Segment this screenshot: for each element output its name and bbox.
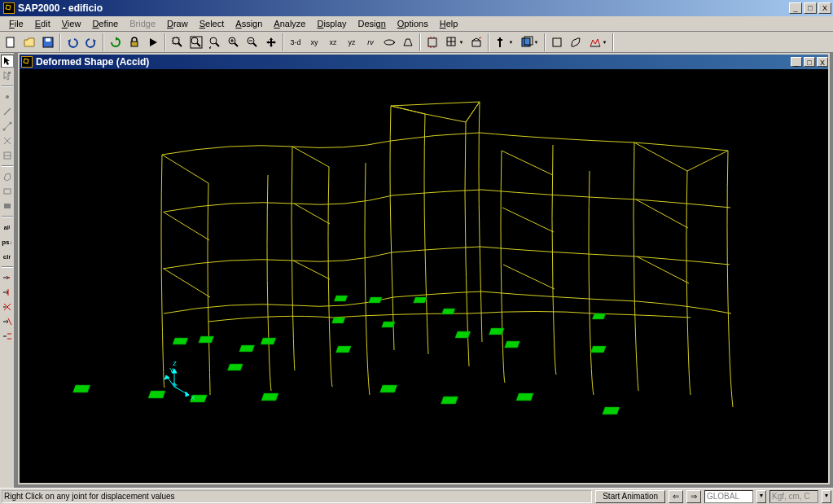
menu-select[interactable]: Select [194, 17, 230, 30]
svg-rect-61 [369, 297, 383, 303]
snap-intersect-tool[interactable] [1, 300, 14, 313]
step-back-button[interactable]: ⇐ [669, 490, 683, 503]
show-deformed-button[interactable] [567, 33, 585, 51]
run-analysis-button[interactable] [144, 33, 162, 51]
redo-button[interactable] [82, 33, 100, 51]
quick-area-tool[interactable] [1, 199, 14, 213]
new-file-button[interactable] [2, 33, 20, 51]
app-titlebar: SAP2000 - edificio _ □ X [0, 0, 833, 16]
draw-poly-area-tool[interactable] [1, 170, 14, 183]
svg-point-7 [191, 37, 198, 44]
show-grid-button[interactable]: ▼ [517, 33, 541, 51]
view-xz-button[interactable]: xz [324, 33, 342, 51]
svg-rect-20 [428, 38, 436, 46]
show-undeformed-button[interactable] [548, 33, 566, 51]
pan-button[interactable] [262, 33, 280, 51]
minimize-button[interactable]: _ [789, 2, 802, 14]
start-animation-button[interactable]: Start Animation [595, 490, 665, 503]
rubber-zoom-button[interactable] [169, 33, 186, 51]
lock-button[interactable] [125, 33, 143, 51]
open-file-button[interactable] [20, 33, 38, 51]
menu-draw[interactable]: Draw [161, 17, 194, 30]
svg-rect-65 [441, 309, 455, 314]
svg-rect-24 [499, 37, 501, 47]
maximize-button[interactable]: □ [804, 2, 817, 14]
model-wireframe-icon: X Z Y [20, 69, 828, 483]
perspective-button[interactable] [399, 33, 417, 51]
quick-secondary-tool[interactable] [1, 149, 14, 162]
previous-zoom-button[interactable] [206, 33, 224, 51]
zoom-in-button[interactable] [225, 33, 243, 51]
view-rv-button[interactable]: rv [362, 33, 379, 51]
model-viewport[interactable]: X Z Y [20, 69, 828, 483]
coord-system-field[interactable]: GLOBAL [704, 490, 753, 503]
menu-define[interactable]: Define [86, 17, 124, 30]
snap-midpoint-tool[interactable] [1, 286, 14, 299]
draw-special-joint-tool[interactable] [1, 90, 14, 103]
all-select-tool[interactable]: all [1, 221, 14, 234]
zoom-out-button[interactable] [243, 33, 261, 51]
named-view-button[interactable]: ▼ [492, 33, 516, 51]
svg-point-31 [6, 95, 9, 99]
child-close-button[interactable]: X [817, 57, 828, 67]
status-bar: Right Click on any joint for displacemen… [0, 488, 833, 504]
snap-perp-tool[interactable] [1, 315, 14, 328]
rotate-3d-button[interactable] [380, 33, 398, 51]
svg-rect-55 [199, 336, 214, 343]
coord-system-dropdown-icon[interactable]: ▼ [756, 490, 766, 503]
svg-point-34 [2, 129, 5, 131]
svg-rect-59 [334, 296, 348, 301]
svg-rect-57 [261, 338, 276, 344]
separator-icon [2, 266, 13, 268]
quick-frame-tool[interactable] [1, 120, 14, 133]
menu-options[interactable]: Options [392, 17, 434, 30]
menu-design[interactable]: Design [353, 17, 392, 30]
units-dropdown-icon[interactable]: ▼ [822, 490, 831, 503]
snap-line-tool[interactable] [1, 330, 14, 343]
child-maximize-button[interactable]: □ [804, 57, 815, 67]
menu-help[interactable]: Help [434, 17, 464, 30]
object-options-button[interactable]: ▼ [442, 33, 467, 51]
units-field[interactable]: Kgf, cm, C [769, 490, 818, 503]
svg-rect-54 [148, 391, 165, 398]
show-forces-button[interactable]: ▼ [585, 33, 610, 51]
undo-button[interactable] [64, 33, 81, 51]
menu-analyze[interactable]: Analyze [268, 17, 311, 30]
child-minimize-button[interactable]: _ [791, 57, 802, 67]
view-yz-button[interactable]: yz [343, 33, 361, 51]
separator-icon [488, 33, 489, 51]
reshape-tool[interactable] [1, 69, 14, 82]
pointer-tool[interactable] [1, 55, 14, 68]
draw-frame-tool[interactable] [1, 105, 14, 118]
refresh-button[interactable] [107, 33, 125, 51]
mdi-workspace: Deformed Shape (Accid) _ □ X [15, 53, 833, 488]
clear-select-tool[interactable]: clr [1, 250, 14, 263]
save-button[interactable] [39, 33, 57, 51]
svg-rect-62 [335, 346, 351, 353]
close-button[interactable]: X [818, 2, 831, 14]
svg-rect-3 [131, 42, 138, 46]
set-display-button[interactable] [467, 33, 485, 51]
draw-rect-area-tool[interactable] [1, 185, 14, 198]
step-fwd-button[interactable]: ⇒ [686, 490, 701, 503]
left-toolbox: all ps↓ clr [0, 53, 15, 488]
menu-file[interactable]: File [3, 17, 29, 30]
separator-icon [544, 33, 546, 51]
quick-brace-tool[interactable] [1, 134, 14, 147]
svg-text:Y: Y [169, 366, 174, 374]
menu-assign[interactable]: Assign [230, 17, 268, 30]
view-3d-button[interactable]: 3-d [287, 33, 305, 51]
snap-point-tool[interactable] [1, 271, 14, 284]
svg-rect-70 [505, 341, 520, 348]
shrink-button[interactable] [423, 33, 441, 51]
svg-rect-60 [331, 318, 345, 323]
view-xy-button[interactable]: xy [305, 33, 323, 51]
menu-display[interactable]: Display [311, 17, 352, 30]
menu-edit[interactable]: Edit [29, 17, 56, 30]
svg-point-4 [173, 37, 179, 44]
full-view-button[interactable] [187, 33, 205, 51]
menu-view[interactable]: View [56, 17, 87, 30]
svg-rect-77 [227, 364, 243, 370]
separator-icon [164, 33, 166, 51]
prev-select-tool[interactable]: ps↓ [1, 235, 14, 248]
